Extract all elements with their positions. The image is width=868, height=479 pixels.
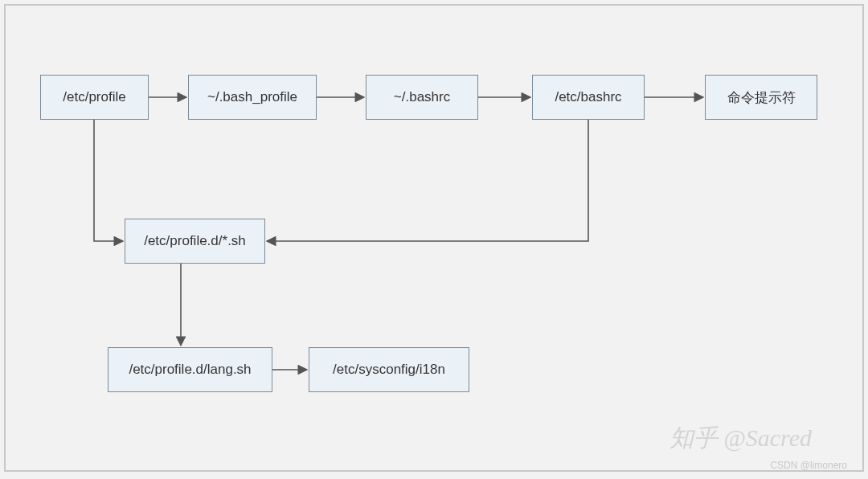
- node-label: ~/.bashrc: [394, 89, 450, 105]
- node-home-bashrc: ~/.bashrc: [366, 75, 478, 120]
- node-label: /etc/profile: [63, 89, 125, 105]
- node-profile-d-sh: /etc/profile.d/*.sh: [125, 219, 265, 264]
- node-etc-profile: /etc/profile: [40, 75, 149, 120]
- node-command-prompt: 命令提示符: [705, 75, 817, 120]
- node-label: 命令提示符: [727, 88, 796, 107]
- node-sysconfig-i18n: /etc/sysconfig/i18n: [309, 347, 469, 392]
- node-etc-bashrc: /etc/bashrc: [532, 75, 645, 120]
- node-label: /etc/profile.d/lang.sh: [129, 362, 251, 378]
- node-label: /etc/sysconfig/i18n: [333, 362, 445, 378]
- node-bash-profile: ~/.bash_profile: [188, 75, 317, 120]
- node-label: /etc/profile.d/*.sh: [144, 233, 246, 249]
- node-label: ~/.bash_profile: [207, 89, 297, 105]
- node-profile-d-lang: /etc/profile.d/lang.sh: [108, 347, 272, 392]
- node-label: /etc/bashrc: [555, 89, 621, 105]
